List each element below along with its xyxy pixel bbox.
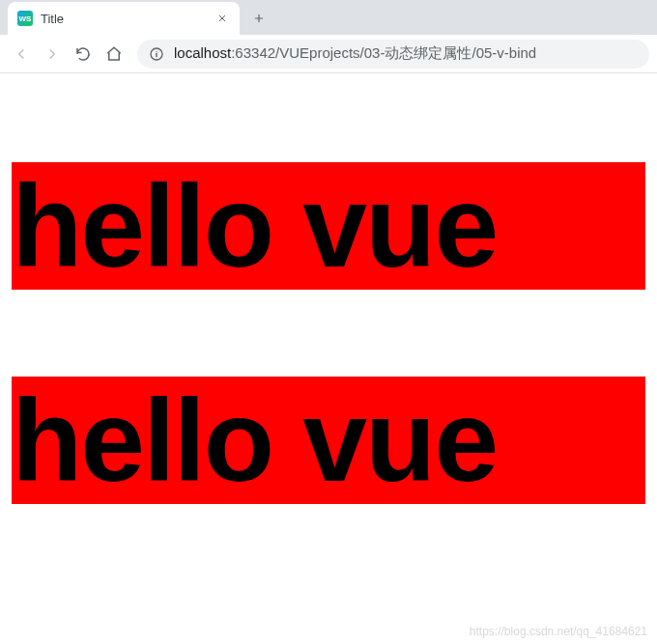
- site-info-icon[interactable]: [149, 46, 164, 62]
- watermark: https://blog.csdn.net/qq_41684621: [470, 625, 647, 638]
- address-bar[interactable]: localhost:63342/VUEprojects/03-动态绑定属性/05…: [137, 40, 649, 69]
- heading-2: hello vue: [12, 377, 645, 504]
- new-tab-button[interactable]: [245, 5, 272, 32]
- browser-toolbar: localhost:63342/VUEprojects/03-动态绑定属性/05…: [0, 35, 657, 73]
- reload-button[interactable]: [70, 41, 97, 68]
- url-host: localhost: [174, 44, 231, 61]
- back-button[interactable]: [8, 41, 35, 68]
- tab-strip: WS Title: [0, 0, 657, 35]
- forward-button[interactable]: [39, 41, 66, 68]
- url-path: :63342/VUEprojects/03-动态绑定属性/05-v-bind: [231, 44, 536, 61]
- home-button[interactable]: [100, 41, 128, 68]
- webstorm-favicon: WS: [17, 11, 33, 26]
- browser-tab[interactable]: WS Title: [8, 2, 240, 35]
- page-content: hello vue hello vue: [0, 151, 657, 602]
- close-tab-button[interactable]: [214, 11, 230, 26]
- heading-1: hello vue: [12, 162, 645, 290]
- tab-title: Title: [41, 12, 207, 26]
- url-text: localhost:63342/VUEprojects/03-动态绑定属性/05…: [174, 44, 536, 63]
